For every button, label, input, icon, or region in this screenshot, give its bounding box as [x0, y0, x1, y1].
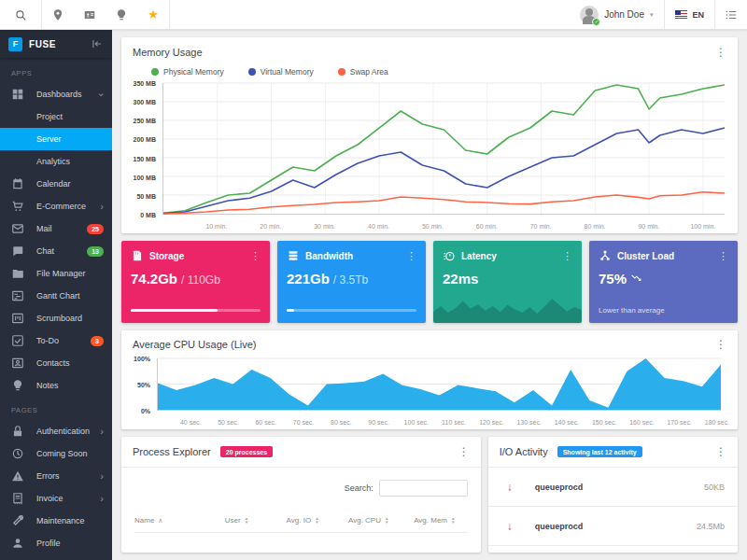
x-tick-label: 40 min.: [368, 223, 389, 230]
sidebar-item-mail[interactable]: Mail25: [0, 217, 112, 240]
x-tick-label: 90 min.: [638, 223, 659, 230]
process-explorer-card: Process Explorer 20 processes ⋮ Search: …: [121, 437, 481, 553]
sidebar-item-contacts[interactable]: Contacts: [0, 352, 112, 374]
chevron-right-icon: ›: [100, 471, 104, 482]
sidebar-item-label: Errors: [36, 471, 60, 481]
legend-item-virtual-memory[interactable]: Virtual Memory: [248, 67, 314, 77]
column-header-avg-io[interactable]: Avg. IO▲▼: [270, 516, 336, 525]
timer-icon: [443, 249, 456, 262]
card-title: I/O Activity: [500, 446, 548, 457]
contacts-icon: [11, 357, 24, 370]
column-header-user[interactable]: User▲▼: [204, 516, 270, 525]
nav-section-label: APPS: [0, 60, 112, 83]
latency-value: 22ms: [443, 271, 478, 287]
sidebar-item-e-commerce[interactable]: E-Commerce›: [0, 195, 112, 217]
kebab-menu-icon[interactable]: ⋮: [406, 250, 416, 262]
sidebar-item-label: Scrumboard: [36, 314, 82, 323]
warning-icon: [11, 469, 24, 483]
legend-label: Swap Area: [350, 67, 388, 77]
stat-title: Latency: [461, 251, 497, 261]
bottom-row: Process Explorer 20 processes ⋮ Search: …: [121, 437, 738, 553]
user-menu[interactable]: ✓ John Doe ▾: [569, 0, 664, 29]
sidebar-item-dashboards[interactable]: Dashboards›: [0, 83, 112, 105]
x-axis-labels: 40 sec.50 sec.60 sec.70 sec.80 sec.90 se…: [157, 415, 721, 426]
kebab-menu-icon[interactable]: ⋮: [715, 339, 726, 350]
quick-panel-button[interactable]: [715, 0, 747, 29]
sidebar-item-label: Maintenance: [36, 516, 85, 525]
favorites-button[interactable]: ★: [137, 0, 169, 29]
column-header-avg-cpu[interactable]: Avg. CPU▲▼: [335, 516, 402, 525]
folder-icon: [11, 267, 24, 280]
io-size: 24.5Mb: [697, 522, 725, 531]
lightbulb-icon: [115, 8, 128, 21]
sidebar-item-calendar[interactable]: Calendar: [0, 173, 112, 195]
location-button[interactable]: [42, 0, 74, 29]
sidebar-item-maintenance[interactable]: Maintenance: [0, 510, 112, 532]
sort-icon: ▲▼: [315, 517, 318, 525]
x-tick-label: 50 min.: [422, 223, 444, 230]
search-button[interactable]: [0, 0, 41, 29]
sidebar-item-errors[interactable]: Errors›: [0, 465, 112, 487]
column-header-avg-mem[interactable]: Avg. Mem▲▼: [402, 516, 468, 525]
ideas-button[interactable]: [106, 0, 137, 29]
sidebar-item-invoice[interactable]: Invoice›: [0, 487, 112, 510]
io-size: 50KB: [704, 483, 725, 492]
quick-panel-icon: [725, 8, 738, 21]
sidebar-item-scrumboard[interactable]: Scrumboard: [0, 307, 112, 329]
sort-icon: ▲▼: [245, 517, 248, 525]
column-label: Avg. CPU: [348, 516, 381, 525]
x-tick-label: 130 sec.: [516, 419, 541, 426]
sidebar-item-project[interactable]: Project: [0, 105, 112, 128]
mail-icon: [11, 222, 24, 235]
column-label: User: [225, 516, 241, 525]
star-icon: ★: [148, 7, 159, 21]
legend-dot: [248, 68, 256, 76]
column-header-name[interactable]: Name∧: [134, 516, 204, 525]
sidebar-collapse-button[interactable]: [91, 37, 104, 50]
sidebar-item-coming-soon[interactable]: Coming Soon: [0, 442, 112, 465]
lock-icon: [11, 425, 24, 438]
contacts-card-button[interactable]: [74, 0, 106, 29]
legend-item-swap-area[interactable]: Swap Area: [338, 67, 388, 77]
kebab-menu-icon[interactable]: ⋮: [562, 250, 572, 262]
count-badge: 3: [91, 336, 104, 346]
language-menu[interactable]: EN: [665, 0, 714, 29]
sidebar-item-file-manager[interactable]: File Manager: [0, 262, 112, 285]
kebab-menu-icon[interactable]: ⋮: [715, 47, 726, 58]
x-tick-label: 60 sec.: [255, 419, 276, 426]
location-pin-icon: [51, 8, 64, 21]
sidebar-item-label: Calendar: [36, 179, 71, 189]
kebab-menu-icon[interactable]: ⋮: [250, 250, 261, 262]
stat-card-row: Storage ⋮ 74.2Gb / 110Gb Bandwidth ⋮: [121, 241, 738, 323]
cart-icon: [11, 200, 24, 213]
sidebar-item-to-do[interactable]: To-Do3: [0, 329, 112, 352]
sidebar-item-search[interactable]: Search: [0, 554, 112, 560]
sidebar-item-gantt-chart[interactable]: Gantt Chart: [0, 285, 112, 307]
sidebar-item-profile[interactable]: Profile: [0, 532, 112, 554]
sidebar-item-label: Authentication: [36, 427, 90, 436]
kebab-menu-icon[interactable]: ⋮: [718, 250, 728, 262]
sidebar-item-analytics[interactable]: Analytics: [0, 150, 112, 173]
download-arrow-icon: ↓: [507, 481, 535, 494]
storage-progress-bar: [131, 309, 261, 312]
wrench-icon: [11, 514, 24, 527]
sidebar-item-server[interactable]: Server: [0, 128, 112, 150]
io-process-name: queueprocd: [535, 522, 584, 531]
sidebar-item-chat[interactable]: Chat13: [0, 240, 112, 262]
sidebar-item-label: E-Commerce: [36, 202, 86, 211]
io-activity-list: ↓queueprocd50KB↓queueprocd24.5Mb: [488, 468, 738, 546]
chart-legend: Physical MemoryVirtual MemorySwap Area: [121, 67, 738, 77]
kebab-menu-icon[interactable]: ⋮: [458, 446, 470, 457]
x-tick-label: 120 sec.: [479, 419, 503, 426]
kebab-menu-icon[interactable]: ⋮: [715, 446, 726, 457]
x-tick-label: 60 min.: [476, 223, 498, 230]
x-axis-labels: 10 min.20 min.30 min.40 min.50 min.60 mi…: [162, 219, 725, 230]
card-title: Average CPU Usage (Live): [133, 339, 256, 350]
process-search-input[interactable]: [379, 480, 468, 497]
latency-sparkline: [433, 287, 582, 323]
count-badge: 13: [87, 246, 104, 257]
y-axis-labels: 0 MB50 MB100 MB150 MB200 MB250 MB300 MB3…: [129, 83, 159, 215]
sidebar-item-notes[interactable]: Notes: [0, 374, 112, 397]
legend-item-physical-memory[interactable]: Physical Memory: [151, 67, 224, 77]
sidebar-item-authentication[interactable]: Authentication›: [0, 420, 112, 442]
